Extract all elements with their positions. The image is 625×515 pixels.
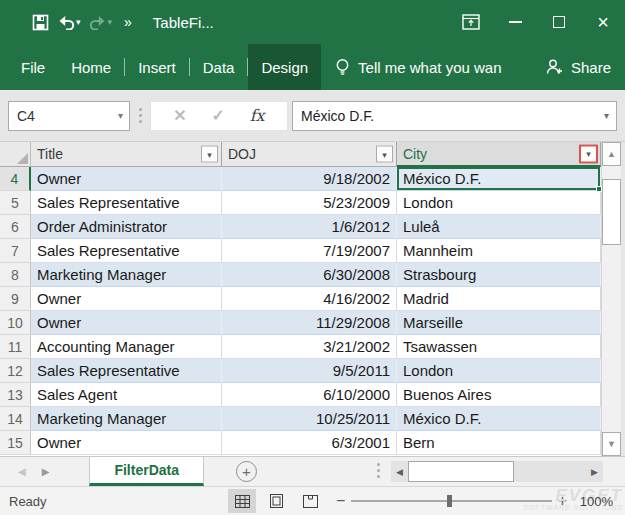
qat-overflow-button[interactable]: » bbox=[124, 14, 131, 30]
cell[interactable]: Strasbourg bbox=[397, 263, 601, 287]
undo-dropdown[interactable]: ▾ bbox=[76, 17, 81, 27]
cell[interactable]: Sales Representative bbox=[31, 359, 222, 383]
row-header[interactable]: 15 bbox=[0, 431, 31, 455]
undo-button[interactable]: ▾ bbox=[55, 9, 83, 35]
formula-bar-expand-icon[interactable]: ▾ bbox=[604, 110, 609, 121]
cell[interactable]: 9/5/2011 bbox=[222, 359, 397, 383]
cell[interactable]: Buenos Aires bbox=[397, 383, 601, 407]
cell[interactable]: 10/25/2011 bbox=[222, 407, 397, 431]
row-header[interactable]: 6 bbox=[0, 215, 31, 239]
cell[interactable]: 11/29/2008 bbox=[222, 311, 397, 335]
cell[interactable]: 3/21/2002 bbox=[222, 335, 397, 359]
cell[interactable]: 6/10/2000 bbox=[222, 383, 397, 407]
enter-entry-button[interactable]: ✓ bbox=[212, 106, 225, 125]
page-break-preview-button[interactable] bbox=[296, 489, 324, 513]
cell[interactable]: Accounting Manager bbox=[31, 335, 222, 359]
cell[interactable]: Marketing Manager bbox=[31, 263, 222, 287]
row-header[interactable]: 7 bbox=[0, 239, 31, 263]
row-header[interactable]: 5 bbox=[0, 191, 31, 215]
cell[interactable]: Owner bbox=[31, 287, 222, 311]
scroll-left-button[interactable]: ◀ bbox=[391, 461, 408, 482]
name-box-dropdown-icon[interactable]: ▾ bbox=[118, 110, 123, 121]
scroll-up-button[interactable]: ▲ bbox=[602, 142, 621, 166]
cell[interactable]: Owner bbox=[31, 311, 222, 335]
cell[interactable]: Owner bbox=[31, 167, 222, 191]
minimize-button[interactable] bbox=[493, 0, 537, 44]
normal-view-button[interactable] bbox=[228, 489, 256, 513]
zoom-slider-track[interactable] bbox=[351, 500, 551, 502]
sheet-tab-filterdata[interactable]: FilterData bbox=[89, 457, 204, 486]
zoom-in-button[interactable]: + bbox=[552, 492, 573, 510]
page-layout-view-button[interactable] bbox=[262, 489, 290, 513]
tab-design[interactable]: Design bbox=[248, 44, 321, 90]
ribbon-display-options-button[interactable] bbox=[449, 0, 493, 44]
row-header[interactable]: 4 bbox=[0, 167, 31, 191]
cell[interactable]: 7/19/2007 bbox=[222, 239, 397, 263]
new-sheet-button[interactable]: + bbox=[236, 461, 257, 482]
tab-home[interactable]: Home bbox=[58, 44, 124, 90]
zoom-slider-thumb[interactable] bbox=[447, 495, 452, 507]
cell[interactable]: 6/30/2008 bbox=[222, 263, 397, 287]
filter-button-doj[interactable]: ▾ bbox=[376, 146, 393, 163]
row-header[interactable]: 8 bbox=[0, 263, 31, 287]
formula-bar-input[interactable]: México D.F. ▾ bbox=[292, 101, 617, 131]
previous-sheet-button[interactable]: ◀ bbox=[18, 466, 26, 477]
filter-button-title[interactable]: ▾ bbox=[201, 146, 218, 163]
close-button[interactable]: × bbox=[581, 0, 625, 44]
row-header[interactable]: 10 bbox=[0, 311, 31, 335]
fill-handle[interactable] bbox=[596, 186, 602, 192]
cell[interactable]: Tsawassen bbox=[397, 335, 601, 359]
cell[interactable]: London bbox=[397, 359, 601, 383]
row-header[interactable]: 12 bbox=[0, 359, 31, 383]
row-header[interactable]: 11 bbox=[0, 335, 31, 359]
tab-data[interactable]: Data bbox=[190, 44, 248, 90]
row-header[interactable]: 14 bbox=[0, 407, 31, 431]
filter-button-city-highlighted[interactable]: ▾ bbox=[579, 144, 598, 163]
column-header-title[interactable]: Title ▾ bbox=[31, 142, 222, 167]
cell[interactable]: London bbox=[397, 191, 601, 215]
redo-dropdown[interactable]: ▾ bbox=[108, 17, 113, 27]
tab-file[interactable]: File bbox=[8, 44, 58, 90]
scroll-down-button[interactable]: ▼ bbox=[602, 432, 621, 456]
formula-bar-grip[interactable] bbox=[133, 108, 147, 123]
scroll-right-button[interactable]: ▶ bbox=[586, 461, 603, 482]
cell[interactable]: México D.F. bbox=[397, 407, 601, 431]
save-button[interactable] bbox=[30, 9, 51, 35]
cell[interactable]: Mannheim bbox=[397, 239, 601, 263]
cell[interactable]: Sales Representative bbox=[31, 191, 222, 215]
column-header-city[interactable]: City ▾ bbox=[397, 142, 601, 167]
name-box[interactable]: C4 ▾ bbox=[8, 101, 130, 131]
horizontal-scrollbar-track[interactable] bbox=[514, 461, 586, 482]
cell[interactable]: Luleå bbox=[397, 215, 601, 239]
cell[interactable]: Marketing Manager bbox=[31, 407, 222, 431]
vertical-scrollbar[interactable]: ▲ ▼ bbox=[601, 142, 621, 456]
insert-function-button[interactable]: fx bbox=[250, 106, 265, 125]
column-header-doj[interactable]: DOJ ▾ bbox=[222, 142, 397, 167]
active-cell[interactable]: México D.F. bbox=[397, 167, 601, 191]
cell[interactable]: Sales Agent bbox=[31, 383, 222, 407]
cell[interactable]: Sales Representative bbox=[31, 239, 222, 263]
cancel-entry-button[interactable]: ✕ bbox=[173, 106, 186, 125]
cell[interactable]: Bern bbox=[397, 431, 601, 455]
horizontal-scrollbar[interactable]: ◀ ▶ bbox=[391, 461, 603, 482]
cell[interactable]: 4/16/2002 bbox=[222, 287, 397, 311]
cell[interactable]: Order Administrator bbox=[31, 215, 222, 239]
cell[interactable]: 1/6/2012 bbox=[222, 215, 397, 239]
cell[interactable]: 9/18/2002 bbox=[222, 167, 397, 191]
cell[interactable]: Owner bbox=[31, 431, 222, 455]
cell[interactable]: 5/23/2009 bbox=[222, 191, 397, 215]
tab-insert[interactable]: Insert bbox=[125, 44, 189, 90]
cell[interactable]: 6/3/2001 bbox=[222, 431, 397, 455]
cell[interactable]: Marseille bbox=[397, 311, 601, 335]
share-button[interactable]: Share bbox=[544, 44, 611, 90]
maximize-button[interactable] bbox=[537, 0, 581, 44]
row-header[interactable]: 9 bbox=[0, 287, 31, 311]
redo-button[interactable]: ▾ bbox=[87, 9, 115, 35]
zoom-level[interactable]: 100% bbox=[580, 494, 613, 509]
select-all-corner[interactable] bbox=[0, 142, 31, 167]
cell[interactable]: Madrid bbox=[397, 287, 601, 311]
sheetbar-grip[interactable] bbox=[371, 463, 385, 478]
tell-me-box[interactable]: Tell me what you wan bbox=[335, 44, 501, 90]
next-sheet-button[interactable]: ▶ bbox=[42, 466, 50, 477]
row-header[interactable]: 13 bbox=[0, 383, 31, 407]
